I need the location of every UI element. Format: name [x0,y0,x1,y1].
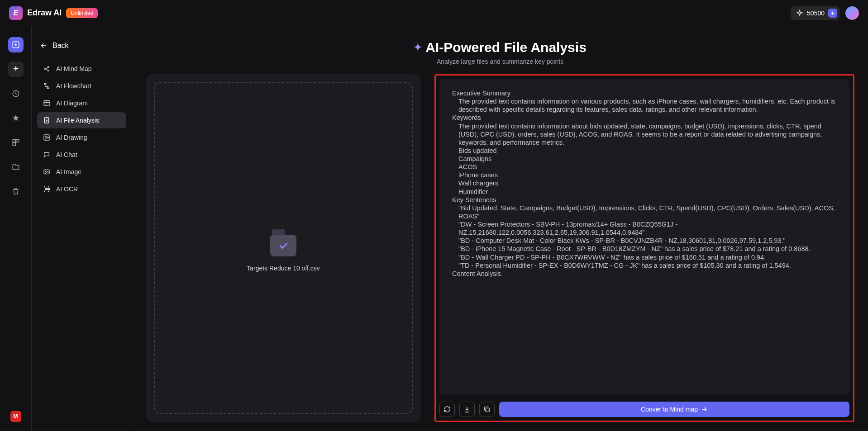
nav-label: AI Image [56,168,81,175]
ocr-icon: OCR [43,185,51,193]
nav-ai-diagram[interactable]: AI Diagram [37,95,126,111]
refresh-icon [444,406,451,413]
nav-label: AI Flowchart [56,82,91,90]
result-keyword: Campaigns [452,155,837,163]
download-button[interactable] [459,402,475,417]
back-label: Back [52,42,69,50]
svg-rect-17 [486,408,489,412]
nav-ai-mind-map[interactable]: AI Mind Map [37,61,126,77]
arrow-right-icon [701,406,708,413]
sparkle-icon: ✦ [414,42,422,53]
result-panel: Executive Summary The provided text cont… [434,74,854,422]
nav-label: AI Mind Map [56,65,92,72]
result-keyword: Bids updated [452,147,837,155]
result-keyword: ACOS [452,163,837,171]
rail-folder-button[interactable] [8,159,24,175]
credits-value: 50500 [807,9,825,17]
nav-ai-image[interactable]: AI Image [37,164,126,180]
svg-point-7 [48,70,49,71]
rail-create-button[interactable] [8,37,24,52]
result-paragraph: The provided text contains information o… [452,97,837,114]
credits-box[interactable]: 50500 + [791,6,840,20]
nav-ai-flowchart[interactable]: AI Flowchart [37,78,126,94]
dropzone[interactable]: Targets Reduce 10 off.csv [154,82,413,414]
rail-ai-button[interactable] [8,62,24,77]
folder-icon [12,163,20,171]
page-title: AI-Powered File Analysis [425,40,587,55]
regenerate-button[interactable] [439,402,455,417]
plus-square-icon [12,41,20,49]
rail-star-button[interactable] [8,110,24,126]
image-icon [43,168,51,176]
file-folder-icon [267,225,299,256]
result-sentence: "BD - iPhone 15 Magnetic Case - Root - S… [452,245,837,253]
nav-ai-drawing[interactable]: AI Drawing [37,129,126,146]
result-sentence: "BD - Computer Desk Mat - Color Black KW… [452,237,837,245]
app-name: Edraw AI [27,8,62,18]
svg-point-6 [48,66,49,68]
result-paragraph: The provided text contains information a… [452,122,837,147]
nav-label: AI Diagram [56,99,88,107]
sparkle-icon [12,65,20,73]
result-sentence: "BD - Wall Charger PD - SP-PH - B0CX7WRV… [452,253,837,261]
result-heading: Content Analysis [452,270,837,278]
svg-rect-8 [44,84,46,85]
result-sentence: "Bid Updated, State, Campaigns, Budget(U… [452,204,837,220]
nav-ai-ocr[interactable]: OCR AI OCR [37,181,126,197]
unlimited-badge: Unlimited [66,8,98,18]
convert-label: Conver to Mind map [641,406,698,413]
clock-icon [12,90,20,98]
nav-label: AI File Analysis [56,117,99,124]
add-credits-button[interactable]: + [828,9,837,18]
trash-icon [12,187,20,195]
mindmap-icon [43,65,51,73]
result-keyword: Humidifier [452,188,837,196]
svg-point-13 [45,136,47,137]
result-heading: Key Sentences [452,196,837,204]
rail-history-button[interactable] [8,86,24,101]
rail-user-badge[interactable]: M [10,411,21,422]
uploaded-filename: Targets Reduce 10 off.csv [247,265,320,272]
result-sentence: "TD - Personal Humidifier - SP-EX - B0D6… [452,261,837,270]
back-button[interactable]: Back [37,40,126,52]
drawing-icon [43,133,51,142]
avatar[interactable] [845,6,859,20]
page-subtitle: Analyze large files and summarize key po… [146,58,854,65]
result-heading: Executive Summary [452,89,837,97]
result-sentence: "DW - Screen Protectors - SBV-PH - 13pro… [452,220,837,237]
chat-icon [43,151,51,159]
svg-rect-3 [16,139,19,142]
sparkle-icon [796,9,803,17]
copy-icon [483,406,491,413]
rail-templates-button[interactable] [8,135,24,150]
dropzone-container: Targets Reduce 10 off.csv [146,74,421,422]
svg-point-5 [44,68,46,70]
arrow-left-icon [40,42,48,50]
grid-icon [12,138,20,147]
nav-label: AI Drawing [56,134,87,141]
logo-icon: E [9,6,23,20]
rail-trash-button[interactable] [8,184,24,199]
svg-rect-10 [44,100,49,106]
svg-rect-9 [47,87,49,89]
nav-ai-chat[interactable]: AI Chat [37,147,126,163]
file-analysis-icon [43,116,51,124]
result-keyword: Wall chargers [452,179,837,187]
download-icon [463,406,471,413]
svg-text:OCR: OCR [45,188,50,190]
nav-ai-file-analysis[interactable]: AI File Analysis [37,112,126,128]
result-heading: Keywords [452,114,837,122]
svg-rect-4 [13,143,15,146]
result-text[interactable]: Executive Summary The provided text cont… [439,79,849,395]
svg-rect-2 [13,139,15,142]
result-keyword: iPhone cases [452,171,837,179]
nav-label: AI Chat [56,151,77,158]
diagram-icon [43,99,51,107]
copy-button[interactable] [479,402,495,417]
flowchart-icon [43,82,51,90]
star-icon [12,114,20,122]
convert-to-mindmap-button[interactable]: Conver to Mind map [499,402,849,417]
svg-point-15 [45,171,46,172]
nav-label: AI OCR [56,185,78,193]
